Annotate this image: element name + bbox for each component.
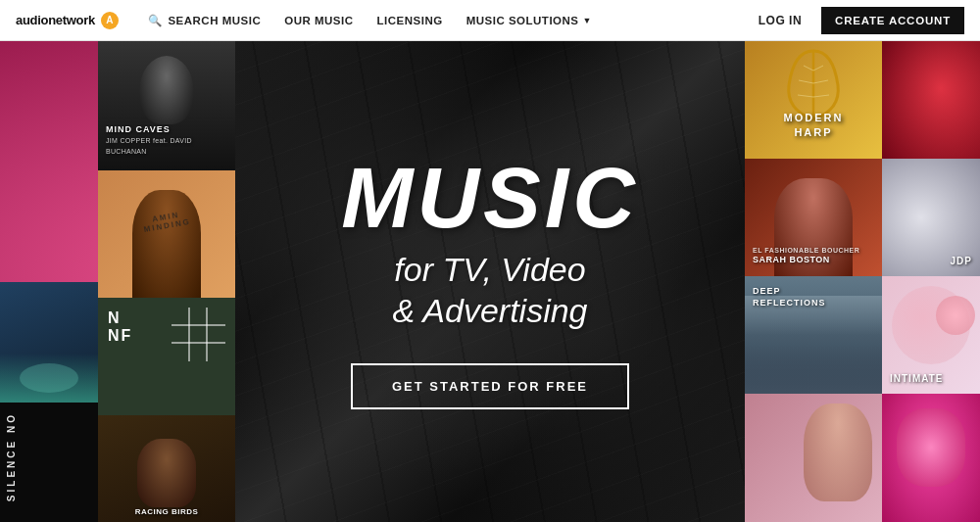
silence-text: SILENCE NO: [6, 412, 17, 501]
album-tile: [882, 394, 980, 522]
hero-title: MUSIC: [341, 155, 639, 241]
album-tile: [882, 41, 980, 159]
music-solutions-link[interactable]: MUSIC SOLUTIONS ▼: [455, 0, 604, 41]
album-tile: [0, 282, 98, 403]
hero-cta-button[interactable]: GET STARTED FOR FREE: [351, 363, 629, 409]
svg-line-5: [804, 66, 813, 71]
hero-subtitle: for TV, Video & Advertising: [341, 249, 639, 332]
jdp-label: JDP: [951, 256, 972, 266]
sarah-boston-label: EL FASHIONABLE BOUCHER SARAH BOSTON: [753, 246, 859, 266]
svg-line-10: [813, 95, 829, 97]
album-col-right: MODERNHARP EL FASHIONABLE BOUCHER SARAH …: [745, 41, 882, 522]
chevron-down-icon: ▼: [583, 16, 592, 25]
album-tile: [0, 162, 98, 282]
search-link[interactable]: 🔍 SEARCH MUSIC: [136, 0, 272, 41]
hero-section: SILENCE NO MIND CAVES JIM COPPER feat. D…: [0, 41, 980, 522]
svg-line-9: [813, 80, 828, 83]
log-in-button[interactable]: LOG IN: [747, 14, 813, 27]
nav-links: 🔍 SEARCH MUSIC OUR MUSIC LICENSING MUSIC…: [136, 0, 747, 41]
deep-reflections-label: DEEPREFLECTIONS: [753, 286, 826, 308]
album-tile-jdp: JDP: [882, 159, 980, 276]
album-tile-sarah-boston: EL FASHIONABLE BOUCHER SARAH BOSTON: [745, 159, 882, 276]
logo-text: audionetwork: [16, 13, 95, 27]
album-tile-mind-caves: MIND CAVES JIM COPPER feat. DAVID BUCHAN…: [98, 41, 235, 170]
album-tile-nnf: NNF: [98, 298, 235, 415]
search-icon: 🔍: [148, 14, 163, 27]
navigation: audionetwork A 🔍 SEARCH MUSIC OUR MUSIC …: [0, 0, 980, 41]
nav-right: LOG IN CREATE ACCOUNT: [747, 7, 964, 34]
album-tile-intimate: INTIMATE: [882, 276, 980, 394]
mind-caves-caption: MIND CAVES JIM COPPER feat. DAVID BUCHAN…: [106, 123, 227, 157]
intimate-label: INTIMATE: [890, 373, 943, 384]
logo-badge: A: [101, 12, 119, 29]
racing-birds-label: RACING BIRDS: [98, 507, 235, 516]
create-account-button[interactable]: CREATE ACCOUNT: [821, 7, 964, 34]
album-tile-racing-birds: RACING BIRDS: [98, 415, 235, 522]
licensing-link[interactable]: LICENSING: [366, 0, 455, 41]
album-tile: [745, 394, 882, 522]
hero-text: MUSIC for TV, Video & Advertising GET ST…: [341, 155, 639, 409]
svg-line-6: [799, 80, 813, 83]
album-col-far-right: JDP INTIMATE: [882, 41, 980, 522]
album-tile: AMINMINDING: [98, 170, 235, 298]
modern-harp-label: MODERNHARP: [753, 111, 874, 139]
album-tile-deep-reflections: DEEPREFLECTIONS: [745, 276, 882, 394]
album-tile-modern-harp: MODERNHARP: [745, 41, 882, 159]
hero-center: MUSIC for TV, Video & Advertising GET ST…: [235, 41, 745, 522]
svg-line-8: [813, 66, 823, 71]
svg-line-7: [798, 95, 813, 97]
album-col-far-left: SILENCE NO: [0, 41, 98, 522]
album-col-left: MIND CAVES JIM COPPER feat. DAVID BUCHAN…: [98, 41, 235, 522]
album-tile: SILENCE NO: [0, 403, 98, 522]
our-music-link[interactable]: OUR MUSIC: [272, 0, 365, 41]
logo[interactable]: audionetwork A: [16, 12, 119, 29]
